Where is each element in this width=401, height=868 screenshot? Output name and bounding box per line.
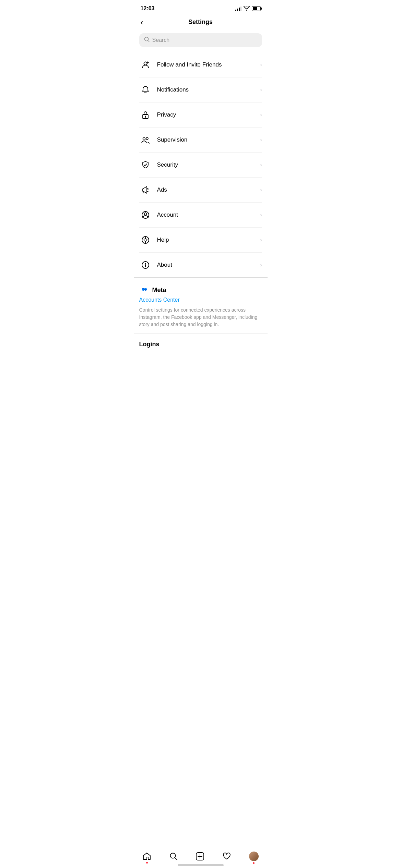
battery-icon [252, 6, 261, 11]
settings-item-privacy[interactable]: Privacy › [139, 103, 262, 128]
wifi-icon [244, 6, 250, 12]
svg-point-14 [144, 213, 146, 215]
shield-icon [139, 159, 152, 171]
help-icon [139, 234, 152, 246]
follow-label: Follow and Invite Friends [157, 61, 260, 68]
status-time: 12:03 [141, 5, 155, 12]
status-icons [235, 6, 261, 12]
chevron-icon: › [260, 87, 262, 93]
svg-line-12 [147, 191, 148, 192]
ads-label: Ads [157, 186, 260, 193]
meta-logo-row: Meta [139, 286, 262, 294]
settings-item-notifications[interactable]: Notifications › [139, 77, 262, 103]
supervision-label: Supervision [157, 136, 260, 143]
privacy-label: Privacy [157, 111, 260, 118]
chevron-icon: › [260, 187, 262, 193]
svg-point-9 [146, 137, 148, 140]
accounts-center-link[interactable]: Accounts Center [139, 297, 262, 303]
svg-line-10 [147, 188, 148, 189]
meta-infinity-icon [139, 286, 150, 294]
chevron-icon: › [260, 112, 262, 118]
info-icon [139, 259, 152, 271]
settings-item-account[interactable]: Account › [139, 203, 262, 228]
logins-title: Logins [139, 341, 160, 348]
settings-item-help[interactable]: Help › [139, 228, 262, 253]
status-bar: 12:03 [134, 0, 268, 15]
search-placeholder: Search [152, 37, 170, 43]
notifications-label: Notifications [157, 86, 260, 93]
settings-item-security[interactable]: Security › [139, 153, 262, 178]
lock-icon [139, 109, 152, 121]
settings-item-supervision[interactable]: Supervision › [139, 128, 262, 153]
bell-icon [139, 84, 152, 96]
chevron-icon: › [260, 162, 262, 168]
chevron-icon: › [260, 137, 262, 143]
search-icon [144, 37, 150, 44]
settings-item-about[interactable]: About › [139, 253, 262, 277]
about-label: About [157, 262, 260, 268]
chevron-icon: › [260, 62, 262, 68]
search-container: Search [134, 31, 268, 52]
account-label: Account [157, 212, 260, 218]
meta-description: Control settings for connected experienc… [139, 306, 262, 328]
settings-list: Follow and Invite Friends › Notification… [134, 52, 268, 277]
meta-logo-text: Meta [152, 287, 166, 294]
settings-item-follow[interactable]: Follow and Invite Friends › [139, 52, 262, 77]
security-label: Security [157, 161, 260, 168]
help-label: Help [157, 237, 260, 243]
svg-point-8 [143, 138, 145, 140]
account-icon [139, 209, 152, 221]
page-title: Settings [188, 19, 213, 26]
chevron-icon: › [260, 237, 262, 243]
svg-point-24 [145, 263, 145, 264]
ads-icon [139, 184, 152, 196]
search-bar[interactable]: Search [139, 33, 262, 47]
signal-bars-icon [235, 6, 241, 11]
chevron-icon: › [260, 262, 262, 268]
svg-point-2 [144, 62, 147, 65]
svg-point-17 [144, 239, 147, 241]
follow-icon [139, 59, 152, 71]
settings-item-ads[interactable]: Ads › [139, 178, 262, 203]
logins-section: Logins [134, 334, 268, 351]
header: ‹ Settings [134, 15, 268, 31]
chevron-icon: › [260, 212, 262, 218]
back-button[interactable]: ‹ [141, 17, 143, 27]
meta-section: Meta Accounts Center Control settings fo… [134, 277, 268, 334]
svg-line-1 [148, 40, 149, 42]
supervision-icon [139, 134, 152, 146]
